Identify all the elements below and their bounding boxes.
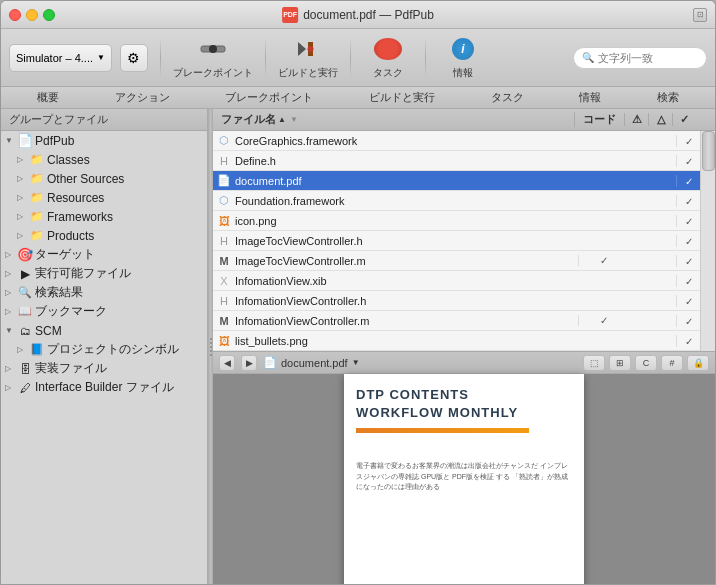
file-scrollbar[interactable] (700, 131, 715, 351)
sidebar-item-pdfpub[interactable]: ▼ 📄 PdfPub (1, 131, 207, 150)
layout-btn-5[interactable]: 🔒 (687, 355, 709, 371)
sidebar-item-scm[interactable]: ▼ 🗂 SCM (1, 321, 207, 340)
filename: list_bullets.png (235, 335, 308, 347)
subtoolbar-action[interactable]: アクション (107, 90, 178, 105)
sidebar-item-classes[interactable]: ▷ 📁 Classes (1, 150, 207, 169)
sidebar-item-implfiles[interactable]: ▷ 🗄 実装ファイル (1, 359, 207, 378)
expand-icon-bookmarks: ▷ (5, 307, 15, 316)
table-row[interactable]: H InfomationViewController.h ✓ (213, 291, 700, 311)
table-row[interactable]: M ImageTocViewController.m ✓ ✓ (213, 251, 700, 271)
layout-btn-4[interactable]: # (661, 355, 683, 371)
search-field[interactable]: 🔍 (573, 47, 707, 69)
executable-icon: ▶ (18, 267, 32, 281)
nav-next-button[interactable]: ▶ (241, 355, 257, 371)
layout-btn-3[interactable]: C (635, 355, 657, 371)
header-icon: H (217, 294, 231, 308)
table-row[interactable]: 🖼 list_bullets.png ✓ (213, 331, 700, 351)
search-icon: 🔍 (582, 52, 594, 63)
folder-icon-resources: 📁 (30, 191, 44, 205)
file-check: ✓ (676, 235, 700, 247)
search-input[interactable] (598, 52, 698, 64)
resize-button[interactable]: ⊡ (693, 8, 707, 22)
sidebar-label-pdfpub: PdfPub (35, 134, 74, 148)
info-button[interactable]: i 情報 (438, 35, 488, 80)
titlebar: PDF document.pdf — PdfPub ⊡ (1, 1, 715, 29)
table-row[interactable]: 📄 document.pdf ✓ (213, 171, 700, 191)
col-header-check: ✓ (672, 113, 696, 126)
table-row[interactable]: 🖼 icon.png ✓ (213, 211, 700, 231)
file-check: ✓ (676, 335, 700, 347)
subtoolbar-search[interactable]: 検索 (649, 90, 687, 105)
scrollbar-thumb[interactable] (702, 131, 715, 171)
ibfiles-icon: 🖊 (18, 381, 32, 395)
sidebar-item-resources[interactable]: ▷ 📁 Resources (1, 188, 207, 207)
subtoolbar-info[interactable]: 情報 (571, 90, 609, 105)
subtoolbar-buildrun[interactable]: ビルドと実行 (361, 90, 443, 105)
sidebar-item-target[interactable]: ▷ 🎯 ターゲット (1, 245, 207, 264)
sidebar-item-frameworks[interactable]: ▷ 📁 Frameworks (1, 207, 207, 226)
layout-btn-2[interactable]: ⊞ (609, 355, 631, 371)
right-panel: ファイル名 ▲ ▼ コード ⚠ △ ✓ ⬡ (213, 109, 715, 584)
maximize-button[interactable] (43, 9, 55, 21)
pdf-preview: DTP CONTENTS WORKFLOW MONTHLY 電子書籍で変わるお客… (344, 374, 584, 584)
main-window: PDF document.pdf — PdfPub ⊡ Simulator – … (0, 0, 716, 585)
table-row[interactable]: H ImageTocViewController.h ✓ (213, 231, 700, 251)
table-row[interactable]: X InfomationView.xib ✓ (213, 271, 700, 291)
expand-icon-frameworks: ▷ (17, 212, 27, 221)
expand-icon-executable: ▷ (5, 269, 15, 278)
source-icon: M (217, 314, 231, 328)
file-check: ✓ (676, 135, 700, 147)
chevron-down-icon: ▼ (97, 53, 105, 62)
subtoolbar-breakpoint[interactable]: ブレークポイント (217, 90, 321, 105)
build-run-button[interactable]: ビルドと実行 (278, 35, 338, 80)
framework-icon: ⬡ (217, 134, 231, 148)
task-button[interactable]: タスク (363, 35, 413, 80)
gear-button[interactable]: ⚙ (120, 44, 148, 72)
expand-icon-resources: ▷ (17, 193, 27, 202)
sidebar-item-searchresults[interactable]: ▷ 🔍 検索結果 (1, 283, 207, 302)
expand-icon-searchresults: ▷ (5, 288, 15, 297)
source-icon: M (217, 254, 231, 268)
breakpoint-button[interactable]: ブレークポイント (173, 35, 253, 80)
svg-point-1 (209, 45, 217, 53)
file-list-body: ⬡ CoreGraphics.framework ✓ H Define. (213, 131, 715, 351)
sidebar-item-projectsymbols[interactable]: ▷ 📘 プロジェクトのシンボル (1, 340, 207, 359)
nav-prev-button[interactable]: ◀ (219, 355, 235, 371)
sidebar-item-ibfiles[interactable]: ▷ 🖊 Interface Builder ファイル (1, 378, 207, 397)
expand-icon-classes: ▷ (17, 155, 27, 164)
filename: document.pdf (235, 175, 302, 187)
table-row[interactable]: ⬡ Foundation.framework ✓ (213, 191, 700, 211)
sidebar-label-frameworks: Frameworks (47, 210, 113, 224)
task-icon (372, 35, 404, 63)
table-row[interactable]: H Define.h ✓ (213, 151, 700, 171)
scrollbar-track[interactable] (701, 131, 715, 351)
minimize-button[interactable] (26, 9, 38, 21)
filename: InfomationView.xib (235, 275, 327, 287)
file-check: ✓ (676, 175, 700, 187)
sidebar-item-othersources[interactable]: ▷ 📁 Other Sources (1, 169, 207, 188)
sidebar-label-searchresults: 検索結果 (35, 284, 83, 301)
layout-btn-1[interactable]: ⬚ (583, 355, 605, 371)
sidebar-item-executable[interactable]: ▷ ▶ 実行可能ファイル (1, 264, 207, 283)
simulator-label: Simulator – 4.... (16, 52, 93, 64)
file-bottom-bar: ◀ ▶ 📄 document.pdf ▼ ⬚ ⊞ C # 🔒 (213, 351, 715, 373)
col-header-filename: ファイル名 ▲ ▼ (217, 112, 574, 127)
titlebar-center: PDF document.pdf — PdfPub (282, 7, 434, 23)
pdf-file-icon: 📄 (18, 134, 32, 148)
toolbar-separator-1 (160, 38, 161, 78)
pdf-orange-bar (356, 428, 529, 433)
expand-icon-ibfiles: ▷ (5, 383, 15, 392)
pdf-title-line2: WORKFLOW MONTHLY (356, 404, 572, 422)
sidebar-item-bookmarks[interactable]: ▷ 📖 ブックマーク (1, 302, 207, 321)
expand-icon-products: ▷ (17, 231, 27, 240)
table-row[interactable]: ⬡ CoreGraphics.framework ✓ (213, 131, 700, 151)
sidebar-item-products[interactable]: ▷ 📁 Products (1, 226, 207, 245)
subtoolbar-overview[interactable]: 概要 (29, 90, 67, 105)
file-code: ✓ (578, 315, 628, 326)
subtoolbar-task[interactable]: タスク (483, 90, 532, 105)
table-row[interactable]: M InfomationViewController.m ✓ ✓ (213, 311, 700, 331)
simulator-dropdown[interactable]: Simulator – 4.... ▼ (9, 44, 112, 72)
close-button[interactable] (9, 9, 21, 21)
toolbar-separator-2 (265, 38, 266, 78)
divider-dots (210, 338, 212, 356)
